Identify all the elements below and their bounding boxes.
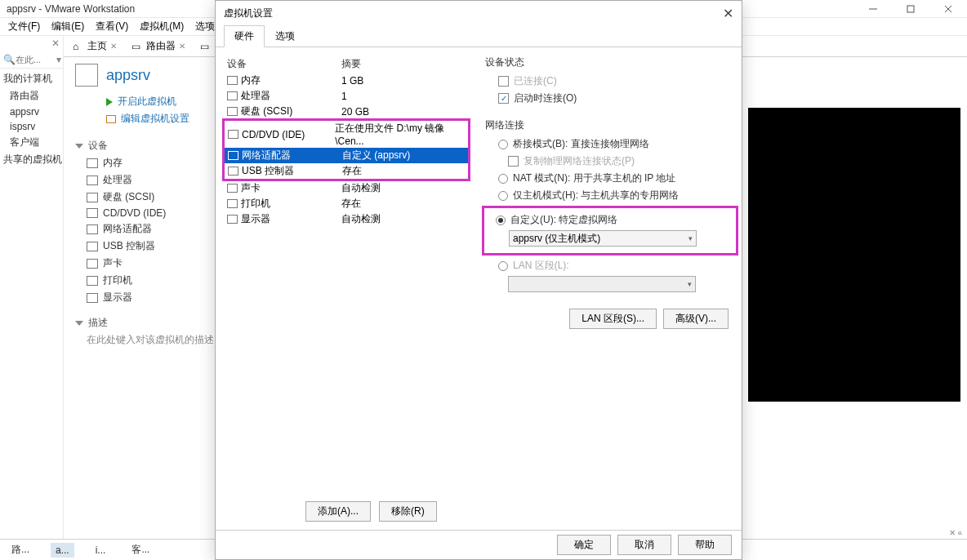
- thumb-client[interactable]: 客...: [127, 541, 154, 558]
- memory-icon: [87, 158, 98, 168]
- tab-router-label: 路由器: [146, 39, 176, 53]
- minimize-button[interactable]: [854, 0, 892, 18]
- col-summary: 摘要: [341, 57, 361, 71]
- custom-highlight: 自定义(U): 特定虚拟网络 appsrv (仅主机模式)▾: [482, 206, 738, 256]
- tab-home-label: 主页: [87, 39, 107, 53]
- hw-display[interactable]: 显示器自动检测: [224, 211, 469, 227]
- tree-shared[interactable]: 共享的虚拟机: [0, 151, 63, 168]
- search-icon: 🔍: [3, 54, 16, 65]
- edit-settings-label: 编辑虚拟机设置: [121, 112, 189, 126]
- vm-icon: ▭: [131, 41, 143, 52]
- menu-view[interactable]: 查看(V): [91, 18, 133, 35]
- tab-home[interactable]: ⌂主页✕: [67, 37, 123, 56]
- cd-icon: [87, 208, 98, 218]
- connected-checkbox[interactable]: [498, 76, 509, 87]
- nat-label: NAT 模式(N): 用于共享主机的 IP 地址: [513, 171, 675, 185]
- lan-radio[interactable]: [498, 261, 508, 271]
- cancel-button[interactable]: 取消: [617, 535, 671, 555]
- device-state-title: 设备状态: [485, 56, 733, 73]
- lan-label: LAN 区段(L):: [513, 259, 569, 273]
- hostonly-label: 仅主机模式(H): 与主机共享的专用网络: [513, 189, 679, 202]
- custom-radio[interactable]: [496, 216, 506, 225]
- dropdown-icon[interactable]: ▾: [56, 54, 61, 65]
- tree-item-appsrv[interactable]: appsrv: [0, 104, 63, 119]
- hostonly-radio[interactable]: [498, 191, 508, 201]
- usb-icon: [228, 167, 238, 176]
- devices-title: 设备: [88, 139, 108, 153]
- replicate-checkbox[interactable]: [508, 156, 519, 167]
- cpu-icon: [87, 176, 98, 185]
- menu-file[interactable]: 文件(F): [3, 18, 45, 35]
- hw-usb[interactable]: USB 控制器存在: [225, 163, 468, 179]
- settings-dialog: 虚拟机设置 ✕ 硬件 选项 设备摘要 内存1 GB 处理器1 硬盘 (SCSI)…: [215, 0, 742, 560]
- tree-item-client[interactable]: 客户端: [0, 134, 63, 151]
- ok-button[interactable]: 确定: [557, 535, 611, 555]
- hw-printer[interactable]: 打印机存在: [224, 196, 469, 211]
- help-button[interactable]: 帮助: [678, 535, 732, 555]
- connect-at-poweron-checkbox[interactable]: ✓: [498, 93, 509, 104]
- maximize-button[interactable]: [892, 0, 929, 18]
- display-icon: [87, 293, 98, 303]
- hw-memory[interactable]: 内存1 GB: [224, 73, 469, 88]
- cd-icon: [228, 130, 238, 139]
- menu-edit[interactable]: 编辑(E): [47, 18, 89, 35]
- disk-icon: [227, 107, 238, 116]
- lan-segments-button[interactable]: LAN 区段(S)...: [569, 309, 657, 329]
- tab-more[interactable]: ▭: [194, 38, 217, 55]
- hardware-detail: 设备状态 已连接(C) ✓启动时连接(O) 网络连接 桥接模式(B): 直接连接…: [469, 56, 733, 521]
- network-icon: [87, 224, 98, 234]
- tree-item-router[interactable]: 路由器: [0, 87, 63, 104]
- remove-button[interactable]: 移除(R): [379, 501, 437, 522]
- tab-close-icon[interactable]: ✕: [110, 42, 117, 51]
- custom-network-value: appsrv (仅主机模式): [513, 232, 600, 246]
- hw-network[interactable]: 网络适配器自定义 (appsrv): [225, 148, 468, 163]
- memory-icon: [227, 76, 238, 85]
- chevron-down-icon: ▾: [688, 280, 692, 288]
- tree-item-ispsrv[interactable]: ispsrv: [0, 119, 63, 134]
- tab-options[interactable]: 选项: [265, 25, 305, 47]
- thumb-ispsrv[interactable]: i...: [91, 543, 111, 558]
- advanced-button[interactable]: 高级(V)...: [663, 309, 729, 329]
- chevron-down-icon: ▾: [688, 234, 693, 242]
- printer-icon: [87, 276, 98, 286]
- vm-name: appsrv: [106, 67, 150, 84]
- dialog-title: 虚拟机设置: [224, 7, 273, 20]
- close-button[interactable]: [929, 0, 967, 18]
- sound-icon: [87, 259, 98, 269]
- sound-icon: [227, 184, 238, 193]
- thumb-appsrv[interactable]: a...: [51, 543, 74, 558]
- hw-cpu[interactable]: 处理器1: [224, 88, 469, 104]
- printer-icon: [227, 199, 238, 208]
- vm-icon: ▭: [200, 41, 212, 52]
- display-icon: [227, 215, 238, 224]
- panel-close-icon[interactable]: ✕: [51, 38, 60, 49]
- tab-close-icon[interactable]: ✕: [179, 42, 185, 51]
- hw-disk[interactable]: 硬盘 (SCSI)20 GB: [224, 104, 469, 119]
- library-tree: 我的计算机 路由器 appsrv ispsrv 客户端 共享的虚拟机: [0, 69, 63, 170]
- edit-icon: [106, 115, 116, 123]
- tab-hardware[interactable]: 硬件: [224, 25, 265, 47]
- hw-sound[interactable]: 声卡自动检测: [224, 180, 469, 196]
- cpu-icon: [227, 91, 238, 100]
- chevron-down-icon: [75, 144, 83, 149]
- tree-root[interactable]: 我的计算机: [0, 70, 63, 87]
- custom-network-select[interactable]: appsrv (仅主机模式)▾: [509, 230, 697, 247]
- lan-segment-select[interactable]: ▾: [508, 276, 696, 292]
- replicate-label: 复制物理网络连接状态(P): [524, 154, 635, 168]
- hw-cd[interactable]: CD/DVD (IDE)正在使用文件 D:\my 镜像\Cen...: [225, 121, 468, 148]
- hardware-list: 设备摘要 内存1 GB 处理器1 硬盘 (SCSI)20 GB CD/DVD (…: [224, 56, 469, 521]
- add-button[interactable]: 添加(A)...: [305, 501, 371, 522]
- nat-radio[interactable]: [498, 174, 508, 184]
- bridged-label: 桥接模式(B): 直接连接物理网络: [513, 137, 649, 151]
- tab-router[interactable]: ▭路由器✕: [126, 37, 191, 56]
- col-device: 设备: [227, 57, 341, 71]
- power-on-label: 开启此虚拟机: [118, 95, 176, 109]
- dialog-close-icon[interactable]: ✕: [723, 6, 733, 21]
- home-icon: ⌂: [73, 41, 84, 52]
- custom-label: 自定义(U): 特定虚拟网络: [510, 213, 617, 227]
- thumbbar-close-icon[interactable]: ✕ «: [949, 528, 962, 537]
- bridged-radio[interactable]: [498, 140, 508, 149]
- thumb-router[interactable]: 路...: [7, 541, 34, 558]
- menu-vm[interactable]: 虚拟机(M): [135, 18, 189, 35]
- search-input[interactable]: [16, 55, 56, 64]
